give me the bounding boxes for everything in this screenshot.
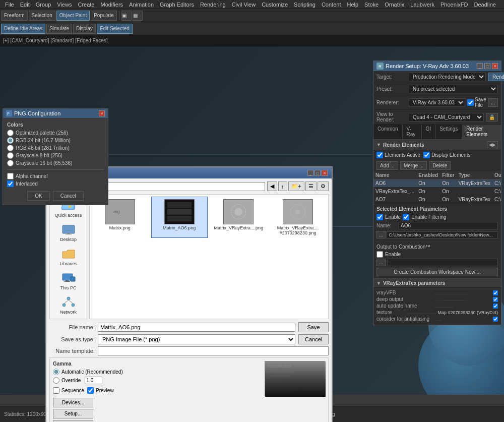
color-option-0[interactable]: Optimized palette (256)	[7, 130, 104, 136]
vray-params-header[interactable]: ▼ VRayExtraTex parameters	[373, 279, 501, 288]
file-item-matrix-vray2[interactable]: Matrix_VRayExtra.... #2070298230.png	[270, 197, 326, 238]
tab-settings[interactable]: Settings	[435, 125, 462, 139]
sidebar-network[interactable]: Network	[52, 293, 85, 317]
freeform-btn[interactable]: Freeform	[1, 11, 28, 21]
file-dialog-minimize[interactable]: _	[307, 170, 313, 176]
gamma-automatic-row[interactable]: Automatic (Recommended)	[53, 369, 261, 375]
display-btn[interactable]: Display	[73, 24, 96, 34]
table-row-ao6[interactable]: AO6 On On VRayExtraTex C:\	[373, 179, 501, 188]
gamma-override-row[interactable]: Override	[53, 377, 261, 384]
simulate-btn[interactable]: Simulate	[46, 24, 72, 34]
interlaced-row[interactable]: Interlaced	[7, 180, 104, 187]
combustion-enable-checkbox[interactable]	[376, 251, 383, 258]
nav-new-folder-btn[interactable]: 📁+	[288, 182, 304, 191]
render-elements-header[interactable]: ▼ Render Elements ◀▶	[373, 140, 501, 150]
define-idle-areas-btn[interactable]: Define Idle Areas	[1, 24, 45, 34]
name-param-input[interactable]	[399, 222, 498, 229]
png-ok-button[interactable]: OK	[27, 191, 49, 201]
render-button[interactable]: Render	[488, 73, 504, 81]
file-dialog-maximize[interactable]: □	[314, 170, 321, 176]
vrayVFB-checkbox[interactable]	[493, 290, 498, 295]
save-button[interactable]: Save	[298, 322, 329, 332]
color-option-1[interactable]: RGB 24 bit (16.7 Million)	[7, 137, 104, 144]
merge-element-btn[interactable]: Merge ...	[400, 161, 427, 170]
tab-render-elements[interactable]: Render Elements	[462, 125, 501, 139]
color-option-2[interactable]: RGB 48 bit (281 Trillion)	[7, 145, 104, 151]
file-item-matrix-ao6[interactable]: Matrix_AO6.png	[151, 197, 208, 238]
nav-tools-btn[interactable]: ⚙	[318, 182, 329, 191]
object-paint-btn[interactable]: Object Paint	[56, 11, 90, 21]
menu-animation[interactable]: Animation	[126, 0, 157, 9]
view-to-render-dropdown[interactable]: Quad 4 - CAM_Courtyard	[409, 113, 484, 122]
menu-file[interactable]: File	[2, 0, 17, 9]
interlaced-checkbox[interactable]	[7, 180, 14, 187]
table-row-ao7[interactable]: AO7 On On VRayExtraTex C:\	[373, 196, 501, 204]
delete-element-btn[interactable]: Delete	[429, 161, 451, 170]
save-file-btn[interactable]: ...	[488, 98, 498, 107]
menu-customize[interactable]: Customize	[259, 0, 291, 9]
deep-output-checkbox[interactable]	[493, 297, 498, 302]
populate-btn[interactable]: Populate	[91, 11, 116, 21]
alpha-channel-row[interactable]: Alpha channel	[7, 173, 104, 179]
combustion-path-input[interactable]	[388, 259, 498, 266]
devices-button[interactable]: Devices...	[53, 398, 93, 407]
sequence-row[interactable]: Sequence	[53, 387, 84, 394]
menu-ornatrix[interactable]: Ornatrix	[382, 0, 407, 9]
gamma-automatic-radio[interactable]	[53, 369, 59, 375]
tab-vray[interactable]: V-Ray	[403, 125, 422, 139]
edit-selected-btn[interactable]: Edit Selected	[97, 24, 133, 34]
cancel-button[interactable]: Cancel	[298, 334, 329, 344]
sidebar-desktop[interactable]: Desktop	[52, 221, 85, 244]
auto-update-checkbox[interactable]	[493, 304, 498, 309]
create-combustion-btn[interactable]: Create Combustion Workspace Now ...	[376, 268, 498, 276]
table-row-vray-extra[interactable]: VRayExtraTex_... On On C:\	[373, 188, 501, 196]
alpha-channel-checkbox[interactable]	[7, 173, 14, 179]
menu-laubwerk[interactable]: Laubwerk	[407, 0, 437, 9]
sequence-checkbox[interactable]	[53, 387, 59, 394]
icon-btn-2[interactable]: ▦	[133, 11, 143, 21]
menu-scripting[interactable]: Scripting	[291, 0, 319, 9]
nav-view-btn[interactable]: ☰	[305, 182, 317, 191]
gamma-override-input[interactable]	[85, 377, 102, 384]
file-dialog-close[interactable]: ✕	[322, 170, 328, 176]
setup-button[interactable]: Setup...	[53, 409, 93, 418]
color-option-3[interactable]: Grayscale 8 bit (256)	[7, 152, 104, 159]
elements-active-row[interactable]: Elements Active	[376, 152, 420, 158]
render-setup-minimize[interactable]: _	[477, 63, 483, 69]
elements-active-checkbox[interactable]	[376, 152, 383, 158]
enable-checkbox[interactable]	[376, 214, 383, 220]
sidebar-libraries[interactable]: Libraries	[52, 245, 85, 268]
menu-graph-editors[interactable]: Graph Editors	[157, 0, 197, 9]
renderer-dropdown[interactable]: V-Ray Adv 3.60.03	[409, 98, 465, 107]
menu-deadline[interactable]: Deadline	[471, 0, 498, 9]
menu-create[interactable]: Create	[75, 0, 97, 9]
menu-content[interactable]: Content	[319, 0, 344, 9]
render-setup-close[interactable]: ✕	[492, 63, 498, 69]
display-elements-row[interactable]: Display Elements	[423, 152, 470, 158]
info-button[interactable]: Info...	[53, 420, 93, 422]
tab-common[interactable]: Common	[373, 125, 403, 139]
saveas-select[interactable]: PNG Image File (*.png)	[98, 334, 295, 344]
enable-filtering-checkbox[interactable]	[403, 214, 409, 220]
display-elements-checkbox[interactable]	[423, 152, 430, 158]
target-dropdown[interactable]: Production Rendering Mode	[409, 73, 486, 81]
file-item-matrix-vray1[interactable]: Matrix_VRayExtra....png	[211, 197, 267, 238]
sidebar-this-pc[interactable]: This PC	[52, 269, 85, 292]
menu-civil-view[interactable]: Civil View	[229, 0, 259, 9]
menu-views[interactable]: Views	[54, 0, 75, 9]
tab-gi[interactable]: GI	[422, 125, 436, 139]
menu-phoenixfd[interactable]: PhoenixFD	[437, 0, 471, 9]
render-elements-collapse[interactable]: ◀▶	[487, 141, 498, 148]
save-file-checkbox[interactable]	[467, 99, 474, 106]
path-input[interactable]	[387, 231, 498, 238]
menu-modifiers[interactable]: Modifiers	[97, 0, 126, 9]
preview-checkbox[interactable]	[87, 387, 94, 394]
nav-up-btn[interactable]: ↑	[278, 182, 287, 191]
name-template-input[interactable]	[98, 346, 329, 355]
antialiasing-checkbox[interactable]	[493, 317, 498, 322]
view-lock-btn[interactable]: 🔒	[486, 113, 498, 122]
combustion-path-btn[interactable]: ...	[376, 259, 386, 266]
filename-input[interactable]	[98, 323, 295, 332]
nav-back-btn[interactable]: ◀	[267, 182, 277, 191]
selection-btn[interactable]: Selection	[29, 11, 55, 21]
